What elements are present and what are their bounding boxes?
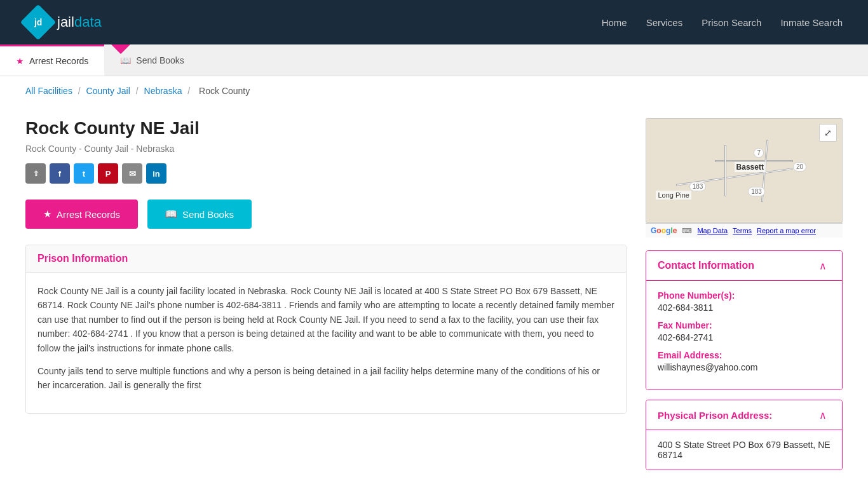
prison-info-body: Rock County NE Jail is a county jail fac… xyxy=(26,273,626,413)
contact-info-header: Contact Information ∧ xyxy=(646,251,842,281)
send-books-button[interactable]: 📖 Send Books xyxy=(147,200,252,229)
map-report-link[interactable]: Report a map error xyxy=(757,227,816,234)
nav-home[interactable]: Home xyxy=(602,17,627,28)
send-books-label: Send Books xyxy=(182,209,234,220)
map-footer: Google ⌨ Map Data Terms Report a map err… xyxy=(646,223,843,238)
breadcrumb: All Facilities / County Jail / Nebraska … xyxy=(0,76,868,105)
tab-send-books-label: Send Books xyxy=(136,55,184,65)
arrest-star-icon: ★ xyxy=(43,208,51,220)
left-content: Rock County NE Jail Rock County - County… xyxy=(25,118,627,470)
phone-value: 402-684-3811 xyxy=(658,302,831,313)
social-icons: ⇧ f t P ✉ in xyxy=(25,163,627,184)
breadcrumb-sep2: / xyxy=(136,86,141,96)
twitter-icon[interactable]: t xyxy=(74,163,94,184)
map-container: Bassett Long Pine 7 20 183 183 ⤢ Google … xyxy=(646,118,843,238)
nav-inmate-search[interactable]: Inmate Search xyxy=(780,17,843,28)
nav-prison-search[interactable]: Prison Search xyxy=(702,17,761,28)
arrest-records-button[interactable]: ★ Arrest Records xyxy=(25,200,138,229)
map-road-label-183a: 183 xyxy=(689,182,707,191)
page-title: Rock County NE Jail xyxy=(25,118,627,139)
keyboard-icon: ⌨ xyxy=(682,227,692,235)
map-data-link[interactable]: Map Data xyxy=(697,227,728,234)
prison-info-title: Prison Information xyxy=(37,253,614,264)
physical-address-title: Physical Prison Address: xyxy=(658,410,772,421)
map-road-v2 xyxy=(724,145,726,197)
tab-arrest-records[interactable]: ★ Arrest Records xyxy=(0,44,104,76)
pinterest-icon[interactable]: P xyxy=(98,163,118,184)
map-road-label-183b: 183 xyxy=(748,187,765,196)
main-container: Rock County NE Jail Rock County - County… xyxy=(0,105,868,483)
map-label-longpine: Long Pine xyxy=(656,191,691,200)
logo-text: jaildata xyxy=(57,14,102,30)
logo-area: jd jaildata xyxy=(25,10,102,35)
logo-initials: jd xyxy=(34,17,42,27)
contact-info-card: Contact Information ∧ Phone Number(s): 4… xyxy=(646,250,843,390)
map-placeholder: Bassett Long Pine 7 20 183 183 ⤢ xyxy=(646,118,843,223)
site-header: jd jaildata Home Services Prison Search … xyxy=(0,0,868,44)
prison-info-para1: Rock County NE Jail is a county jail fac… xyxy=(37,284,614,355)
contact-info-title: Contact Information xyxy=(658,260,754,271)
share-icon[interactable]: ⇧ xyxy=(25,163,46,184)
phone-label: Phone Number(s): xyxy=(658,290,831,301)
breadcrumb-sep3: / xyxy=(187,86,193,96)
breadcrumb-nebraska[interactable]: Nebraska xyxy=(144,86,182,96)
breadcrumb-all-facilities[interactable]: All Facilities xyxy=(25,86,72,96)
breadcrumb-county-jail[interactable]: County Jail xyxy=(86,86,130,96)
google-logo: Google xyxy=(651,226,677,235)
email-icon[interactable]: ✉ xyxy=(122,163,142,184)
facebook-icon[interactable]: f xyxy=(50,163,70,184)
book-icon: 📖 xyxy=(120,55,131,65)
prison-info-header: Prison Information xyxy=(26,245,626,273)
arrest-records-label: Arrest Records xyxy=(57,209,120,220)
map-terms-link[interactable]: Terms xyxy=(733,227,752,234)
main-nav: Home Services Prison Search Inmate Searc… xyxy=(602,17,843,28)
nav-services[interactable]: Services xyxy=(646,17,683,28)
fax-value: 402-684-2741 xyxy=(658,332,831,342)
logo-diamond: jd xyxy=(20,4,57,41)
breadcrumb-sep1: / xyxy=(78,86,83,96)
contact-chevron-up-icon[interactable]: ∧ xyxy=(819,260,831,271)
right-content: Bassett Long Pine 7 20 183 183 ⤢ Google … xyxy=(646,118,843,470)
fax-label: Fax Number: xyxy=(658,320,831,330)
address-chevron-up-icon[interactable]: ∧ xyxy=(819,409,831,421)
email-address-label: Email Address: xyxy=(658,350,831,360)
physical-address-body: 400 S State Street PO Box 679 Bassett, N… xyxy=(646,430,842,470)
prison-info-card: Prison Information Rock County NE Jail i… xyxy=(25,245,627,414)
email-address-value: willishaynes@yahoo.com xyxy=(658,362,831,372)
send-books-book-icon: 📖 xyxy=(165,208,177,220)
map-road-label-20: 20 xyxy=(793,162,806,172)
physical-address-card: Physical Prison Address: ∧ 400 S State S… xyxy=(646,400,843,470)
physical-address-value: 400 S State Street PO Box 679 Bassett, N… xyxy=(658,440,831,460)
map-label-bassett: Bassett xyxy=(735,162,766,172)
tab-arrest-records-label: Arrest Records xyxy=(29,56,88,66)
breadcrumb-current: Rock County xyxy=(199,86,250,96)
contact-info-body: Phone Number(s): 402-684-3811 Fax Number… xyxy=(646,281,842,390)
prison-info-para2: County jails tend to serve multiple func… xyxy=(37,364,614,393)
star-icon: ★ xyxy=(16,56,24,66)
page-subtitle: Rock County - County Jail - Nebraska xyxy=(25,144,627,154)
sub-nav: ★ Arrest Records 📖 Send Books xyxy=(0,44,868,76)
physical-address-header: Physical Prison Address: ∧ xyxy=(646,400,842,430)
linkedin-icon[interactable]: in xyxy=(146,163,166,184)
map-road-label-7: 7 xyxy=(754,148,764,158)
map-expand-button[interactable]: ⤢ xyxy=(819,124,837,142)
pink-accent xyxy=(111,44,130,54)
action-buttons: ★ Arrest Records 📖 Send Books xyxy=(25,200,627,229)
